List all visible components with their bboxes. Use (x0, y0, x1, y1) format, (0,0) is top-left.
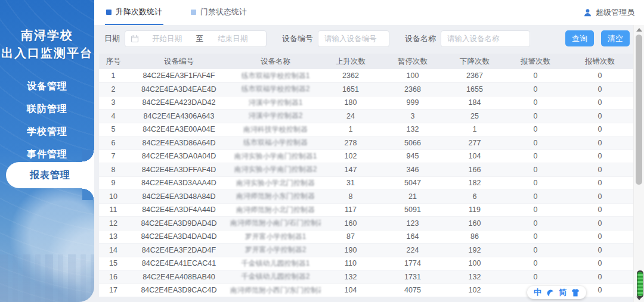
cell-down-count: 132 (445, 270, 504, 284)
cell-up-count: 117 (321, 203, 380, 217)
cell-index: 9 (99, 176, 128, 190)
cell-pause-count: 132 (380, 123, 445, 136)
cell-up-count: 278 (321, 136, 380, 150)
tab-square-icon (106, 10, 112, 15)
table-row[interactable]: 14 84C2E4EA3F2DAD4F 罗开富小学控制器2 190 224 19… (99, 244, 633, 257)
table-row[interactable]: 15 84C2E4EA41ECAC41 千金镇幼儿园控制器1 110 1774 … (99, 257, 633, 270)
table-row[interactable]: 5 84C2E4EA3E00A04E 南浔科技学校控制器 1 132 1 0 0 (99, 123, 633, 136)
cell-alarm-count: 0 (504, 150, 566, 163)
scrollbar-thumb[interactable] (636, 35, 642, 185)
cell-up-count: 160 (321, 217, 380, 231)
cell-device-id: 84C2E4EA3E00A04E (128, 123, 230, 136)
tab-lift-count-stats[interactable]: 升降次数统计 (105, 0, 163, 25)
table-row[interactable]: 8 84C2E4EA3DFFAF4D 南浔实验小学南门控制器2 147 346 … (99, 163, 633, 177)
sidebar-menu: 设备管理 联防管理 学校管理 事件管理 (0, 75, 94, 166)
col-pause-count: 暂停次数 (380, 54, 445, 69)
cell-down-count: 102 (445, 284, 504, 297)
ime-mode-simplified[interactable]: 简 (559, 286, 566, 299)
cell-device-name: 南浔师范附小西门/东门控制器2 (230, 284, 321, 297)
table-row[interactable]: 11 84C2E4EA3DF4A44D 南浔师范附小北门控制器 117 5091… (99, 203, 633, 217)
cell-device-id: 84C2E4EA3F2DAD4F (128, 244, 230, 257)
col-device-name: 设备名称 (230, 54, 321, 69)
table-row[interactable]: 6 84C2E4EA3D86A64D 练市双福小学控制器 278 5066 27… (99, 136, 633, 150)
table-row[interactable]: 4 84C2E4EA4306A643 浔溪中学控制器2 24 3 25 0 0 (99, 110, 633, 123)
scroll-up-arrow-icon[interactable] (636, 28, 642, 32)
device-no-label: 设备编号 (282, 33, 313, 44)
cell-down-count: 119 (445, 203, 504, 217)
user-name: 超级管理员 (596, 7, 634, 18)
cell-error-count: 0 (566, 203, 633, 217)
table-row[interactable]: 7 84C2E4EA3DA0A04D 南浔实验小学南门控制器1 102 945 … (99, 150, 633, 163)
table-row[interactable]: 1 84C2E4EA3F1FAF4F 练市双福学校控制器1 2362 100 2… (99, 69, 633, 83)
cell-device-name: 罗开富小学控制器1 (230, 230, 321, 244)
device-no-input[interactable] (318, 30, 389, 47)
cell-up-count: 1 (321, 123, 380, 136)
cell-index: 13 (99, 230, 128, 244)
cell-device-name: 罗开富小学控制器2 (230, 244, 321, 257)
ime-lang-chinese[interactable]: 中 (534, 286, 541, 299)
cell-device-id: 84C2E4EA3D48A84D (128, 190, 230, 204)
scrollbar[interactable] (633, 25, 644, 302)
cell-error-count: 0 (566, 244, 633, 257)
table-row[interactable]: 16 84C2E4EA408BAB40 千金镇幼儿园控制器2 132 1731 … (99, 270, 633, 284)
sidebar-item-device-mgmt[interactable]: 设备管理 (0, 75, 94, 98)
cell-device-id: 84C2E4EA408BAB40 (128, 270, 230, 284)
cell-up-count: 190 (321, 244, 380, 257)
cell-device-id: 84C2E4EA41ECAC41 (128, 257, 230, 270)
end-date-placeholder[interactable]: 结束日期 (205, 34, 261, 44)
tab-door-status-stats[interactable]: 门禁状态统计 (190, 0, 248, 25)
sidebar-item-joint-defense-mgmt[interactable]: 联防管理 (0, 98, 94, 120)
cell-pause-count: 1774 (380, 257, 445, 270)
sidebar-item-report-mgmt-active[interactable]: 报表管理 (6, 162, 94, 188)
device-name-input[interactable] (441, 30, 530, 47)
cell-down-count: 2367 (445, 69, 504, 83)
cell-device-id: 84C2E4EA3D3AAA4D (128, 176, 230, 190)
cell-error-count: 0 (566, 176, 633, 190)
cell-device-name: 浔溪中学控制器1 (230, 96, 321, 110)
cell-down-count: 6 (445, 190, 504, 204)
user-account[interactable]: 超级管理员 (583, 7, 644, 18)
cell-down-count: 25 (445, 110, 504, 123)
ime-toolbar[interactable]: 中 简 (527, 286, 586, 299)
user-icon (583, 8, 592, 17)
pen-battery-indicator (637, 270, 643, 298)
table-row[interactable]: 9 84C2E4EA3D3AAA4D 南浔实验小学北门控制器 31 5047 1… (99, 176, 633, 190)
cell-device-id: 84C2E4EA4306A643 (128, 110, 230, 123)
cell-pause-count: 164 (380, 230, 445, 244)
active-notch-bottom (82, 188, 94, 200)
clear-button[interactable]: 清空 (601, 30, 630, 46)
date-range-picker[interactable]: 开始日期 至 结束日期 (125, 30, 267, 47)
cell-device-id: 84C2E4EA423DAD42 (128, 96, 230, 110)
cell-up-count: 102 (321, 150, 380, 163)
table-row[interactable]: 13 84C2E4EA3D4DAD4D 罗开富小学控制器1 87 164 86 … (99, 230, 633, 244)
start-date-placeholder[interactable]: 开始日期 (139, 34, 195, 44)
pen-battery-fill (637, 272, 643, 296)
moon-icon[interactable] (546, 289, 554, 297)
search-button[interactable]: 查询 (565, 30, 594, 46)
cell-device-name: 练市双福小学控制器 (230, 136, 321, 150)
cell-down-count: 160 (445, 217, 504, 231)
cell-error-count: 0 (566, 190, 633, 204)
cell-index: 2 (99, 83, 128, 96)
table-row[interactable]: 2 84C2E4EA3D4EAE4D 练市双福学校控制器2 1651 2368 … (99, 83, 633, 96)
table-row[interactable]: 10 84C2E4EA3D48A84D 南浔师范附小东门控制器 8 21 6 0… (99, 190, 633, 204)
cell-pause-count: 5066 (380, 136, 445, 150)
cell-pause-count: 5091 (380, 203, 445, 217)
cell-device-id: 84C2E4EA3DF4A44D (128, 203, 230, 217)
cell-device-name: 南浔实验小学南门控制器1 (230, 150, 321, 163)
filter-bar: 日期 开始日期 至 结束日期 设备编号 设备名称 (104, 30, 530, 47)
cell-error-count: 0 (566, 136, 633, 150)
cell-pause-count: 4075 (380, 284, 445, 297)
cell-index: 10 (99, 190, 128, 204)
col-up-count: 上升次数 (321, 54, 380, 69)
sidebar-item-school-mgmt[interactable]: 学校管理 (0, 120, 94, 143)
filter-buttons: 查询 清空 (565, 30, 630, 46)
cell-down-count: 1 (445, 123, 504, 136)
cell-alarm-count: 0 (504, 163, 566, 177)
cell-index: 15 (99, 257, 128, 270)
table-row[interactable]: 12 84C2E4EA3D9DAD4D 南浔师范附小南门/石门控制器1 160 … (99, 217, 633, 231)
cell-alarm-count: 0 (504, 83, 566, 96)
table-row[interactable]: 3 84C2E4EA423DAD42 浔溪中学控制器1 180 999 184 … (99, 96, 633, 110)
shirt-skin-icon[interactable] (571, 289, 580, 297)
cell-index: 1 (99, 69, 128, 83)
